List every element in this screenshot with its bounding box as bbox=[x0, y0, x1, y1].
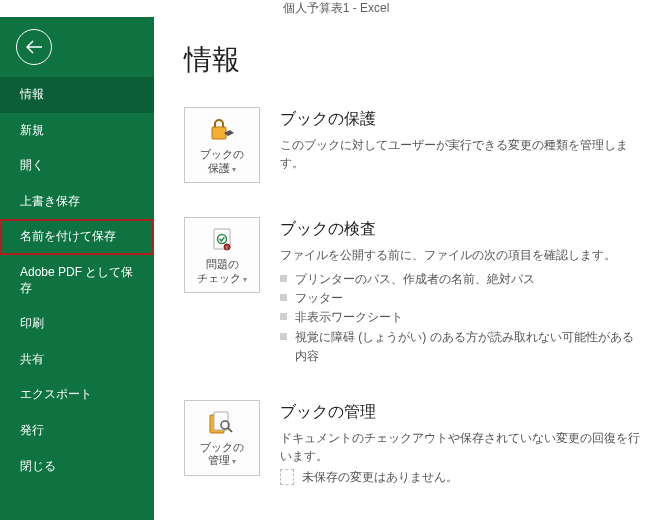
list-item: 非表示ワークシート bbox=[280, 308, 642, 327]
bullet-icon bbox=[280, 294, 287, 301]
manage-desc: ドキュメントのチェックアウトや保存されていない変更の回復を行います。 bbox=[280, 429, 642, 465]
document-icon bbox=[280, 469, 294, 485]
nav-item-4[interactable]: 名前を付けて保存 bbox=[0, 219, 154, 255]
back-button[interactable] bbox=[16, 29, 52, 65]
inspect-heading: ブックの検査 bbox=[280, 219, 642, 240]
nav-item-2[interactable]: 開く bbox=[0, 148, 154, 184]
manage-workbook-button[interactable]: ブックの管理▾ bbox=[184, 400, 260, 476]
window-title: 個人予算表1 - Excel bbox=[0, 0, 672, 17]
check-issues-button[interactable]: ! 問題のチェック▾ bbox=[184, 217, 260, 293]
nav-list: 情報新規開く上書き保存名前を付けて保存Adobe PDF として保存印刷共有エク… bbox=[0, 77, 154, 484]
nav-item-0[interactable]: 情報 bbox=[0, 77, 154, 113]
section-inspect: ! 問題のチェック▾ ブックの検査 ファイルを公開する前に、ファイルの次の項目を… bbox=[184, 217, 642, 366]
nav-item-9[interactable]: 発行 bbox=[0, 413, 154, 449]
section-manage: ブックの管理▾ ブックの管理 ドキュメントのチェックアウトや保存されていない変更… bbox=[184, 400, 642, 486]
svg-text:!: ! bbox=[226, 245, 227, 251]
lock-icon bbox=[208, 115, 236, 145]
list-item: 視覚に障碍 (しょうがい) のある方が読み取れない可能性がある内容 bbox=[280, 328, 642, 366]
protect-workbook-button[interactable]: ブックの保護▾ bbox=[184, 107, 260, 183]
page-title: 情報 bbox=[184, 41, 642, 79]
nav-item-5[interactable]: Adobe PDF として保存 bbox=[0, 255, 154, 306]
nav-item-3[interactable]: 上書き保存 bbox=[0, 184, 154, 220]
svg-rect-0 bbox=[212, 127, 226, 139]
chevron-down-icon: ▾ bbox=[243, 275, 247, 284]
nav-item-1[interactable]: 新規 bbox=[0, 113, 154, 149]
list-item: プリンターのパス、作成者の名前、絶対パス bbox=[280, 270, 642, 289]
arrow-left-icon bbox=[25, 40, 43, 54]
unsaved-changes-row: 未保存の変更はありません。 bbox=[280, 469, 642, 486]
protect-heading: ブックの保護 bbox=[280, 109, 642, 130]
inspect-icon: ! bbox=[209, 225, 235, 255]
bullet-icon bbox=[280, 275, 287, 282]
manage-icon bbox=[208, 408, 236, 438]
backstage-sidebar: 情報新規開く上書き保存名前を付けて保存Adobe PDF として保存印刷共有エク… bbox=[0, 17, 154, 520]
inspect-bullets: プリンターのパス、作成者の名前、絶対パス フッター 非表示ワークシート 視覚に障… bbox=[280, 270, 642, 366]
section-protect: ブックの保護▾ ブックの保護 このブックに対してユーザーが実行できる変更の種類を… bbox=[184, 107, 642, 183]
bullet-icon bbox=[280, 333, 287, 340]
bullet-icon bbox=[280, 313, 287, 320]
inspect-desc: ファイルを公開する前に、ファイルの次の項目を確認します。 bbox=[280, 246, 642, 264]
chevron-down-icon: ▾ bbox=[232, 165, 236, 174]
nav-item-6[interactable]: 印刷 bbox=[0, 306, 154, 342]
protect-desc: このブックに対してユーザーが実行できる変更の種類を管理します。 bbox=[280, 136, 642, 172]
nav-item-8[interactable]: エクスポート bbox=[0, 377, 154, 413]
manage-heading: ブックの管理 bbox=[280, 402, 642, 423]
nav-item-10[interactable]: 閉じる bbox=[0, 449, 154, 485]
nav-item-7[interactable]: 共有 bbox=[0, 342, 154, 378]
chevron-down-icon: ▾ bbox=[232, 457, 236, 466]
list-item: フッター bbox=[280, 289, 642, 308]
content-pane: 情報 ブックの保護▾ ブックの保護 このブックに対してユーザーが実行できる変更の… bbox=[154, 17, 672, 520]
